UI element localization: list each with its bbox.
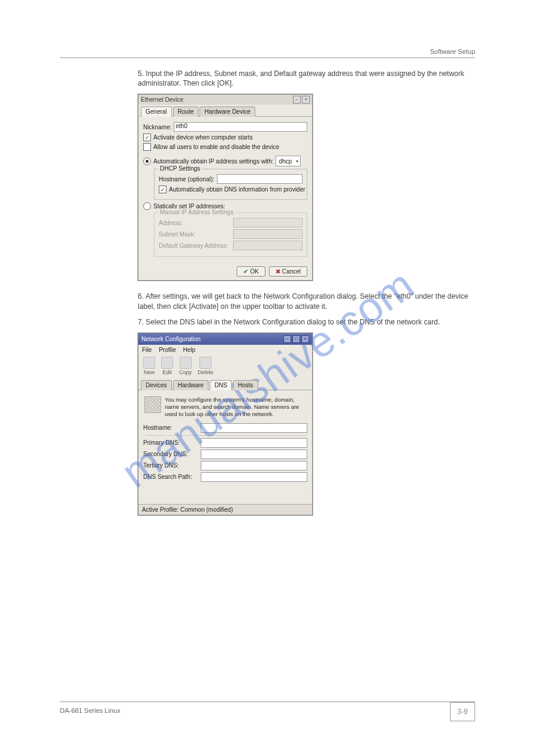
- search-path-input[interactable]: [201, 472, 307, 482]
- cancel-button[interactable]: ✖ Cancel: [269, 266, 307, 277]
- hostname-opt-input[interactable]: [217, 174, 303, 184]
- new-icon: [143, 357, 155, 369]
- toolbar-edit[interactable]: Edit: [161, 357, 173, 375]
- dhcp-dropdown[interactable]: dhcp: [276, 156, 301, 166]
- page-number: 3-9: [450, 702, 475, 721]
- dialog1-title: Ethernet Device: [141, 96, 183, 103]
- tertiary-dns-label: Tertiary DNS:: [143, 462, 198, 469]
- copy-icon: [180, 357, 192, 369]
- search-path-label: DNS Search Path:: [143, 473, 198, 480]
- menu-help[interactable]: Help: [183, 347, 195, 353]
- mid-text-2: 7. Select the DNS label in the Network C…: [138, 317, 475, 327]
- primary-dns-label: Primary DNS:: [143, 439, 198, 446]
- header-right: Software Setup: [60, 48, 475, 55]
- check-icon: ✔: [243, 268, 248, 275]
- minimize-icon[interactable]: –: [293, 96, 301, 104]
- ok-button[interactable]: ✔ OK: [237, 266, 265, 277]
- auto-ip-label: Automatically obtain IP address settings…: [153, 158, 273, 165]
- edit-icon: [161, 357, 173, 369]
- dns-info-text: You may configure the system's hostname,…: [165, 396, 306, 418]
- tb-new-label: New: [144, 369, 155, 375]
- mid-text-1: 6. After settings, we will get back to t…: [138, 292, 475, 311]
- nickname-input[interactable]: eth0: [174, 122, 307, 132]
- static-ip-radio[interactable]: [143, 202, 151, 210]
- manual-group-title: Manual IP Address Settings: [158, 209, 235, 215]
- primary-dns-input[interactable]: [201, 438, 307, 448]
- dialog1-titlebar: Ethernet Device – ×: [138, 95, 312, 105]
- ethernet-device-dialog: Ethernet Device – × General Route Hardwa…: [138, 94, 313, 281]
- tb-edit-label: Edit: [162, 369, 172, 375]
- toolbar-delete[interactable]: Delete: [198, 357, 213, 375]
- tab-dns[interactable]: DNS: [210, 380, 232, 390]
- dialog2-title: Network Configuration: [141, 336, 201, 342]
- hostname-input[interactable]: [201, 423, 307, 433]
- tab-devices[interactable]: Devices: [141, 380, 172, 390]
- autodns-label: Automatically obtain DNS information fro…: [169, 186, 305, 193]
- tab-hosts[interactable]: Hosts: [233, 380, 258, 390]
- gateway-input: [233, 241, 303, 250]
- intro-text: 5. Input the IP address, Subnet mask, an…: [138, 69, 475, 88]
- subnet-input: [233, 229, 303, 239]
- footer-text: DA-681 Series Linux: [60, 707, 120, 714]
- secondary-dns-input[interactable]: [201, 450, 307, 459]
- tab-route[interactable]: Route: [173, 107, 199, 117]
- auto-ip-radio[interactable]: [143, 157, 151, 165]
- tab-hardware-device[interactable]: Hardware Device: [200, 107, 255, 117]
- menu-profile[interactable]: Profile: [159, 347, 176, 353]
- dialog2-titlebar: Network Configuration – □ ×: [138, 333, 312, 345]
- address-label: Address:: [159, 220, 231, 226]
- cancel-label: Cancel: [282, 268, 301, 275]
- gateway-label: Default Gateway Address:: [159, 242, 231, 249]
- maximize-icon[interactable]: □: [292, 335, 300, 343]
- ok-label: OK: [250, 268, 258, 275]
- tb-delete-label: Delete: [198, 369, 213, 375]
- address-input: [233, 218, 303, 227]
- activate-checkbox[interactable]: [143, 133, 151, 141]
- subnet-label: Subnet Mask:: [159, 231, 231, 238]
- hostname-label: Hostname:: [143, 424, 198, 431]
- dhcp-group-title: DHCP Settings: [158, 165, 202, 172]
- nickname-label: Nickname:: [143, 124, 171, 130]
- toolbar-new[interactable]: New: [143, 357, 155, 375]
- toolbar-copy[interactable]: Copy: [179, 357, 192, 375]
- delete-icon: [200, 357, 211, 369]
- tab-hardware[interactable]: Hardware: [173, 380, 208, 390]
- footer-rule: [60, 702, 475, 702]
- hostname-opt-label: Hostname (optional):: [159, 176, 214, 183]
- tertiary-dns-input[interactable]: [201, 461, 307, 470]
- menu-file[interactable]: File: [142, 347, 152, 353]
- statusbar: Active Profile: Common (modified): [138, 504, 312, 515]
- allusers-checkbox[interactable]: [143, 143, 151, 151]
- header-rule: [60, 57, 475, 58]
- network-config-dialog: Network Configuration – □ × File Profile…: [138, 333, 313, 515]
- activate-label: Activate device when computer starts: [153, 134, 253, 141]
- info-icon: [144, 396, 161, 413]
- autodns-checkbox[interactable]: [159, 186, 167, 193]
- secondary-dns-label: Secondary DNS:: [143, 451, 198, 457]
- tb-copy-label: Copy: [179, 369, 192, 375]
- close-icon[interactable]: ×: [302, 96, 310, 104]
- minimize-icon[interactable]: –: [283, 335, 291, 343]
- close-icon[interactable]: ×: [301, 335, 309, 343]
- allusers-label: Allow all users to enable and disable th…: [153, 144, 279, 150]
- x-icon: ✖: [276, 268, 280, 275]
- tab-general[interactable]: General: [141, 107, 172, 117]
